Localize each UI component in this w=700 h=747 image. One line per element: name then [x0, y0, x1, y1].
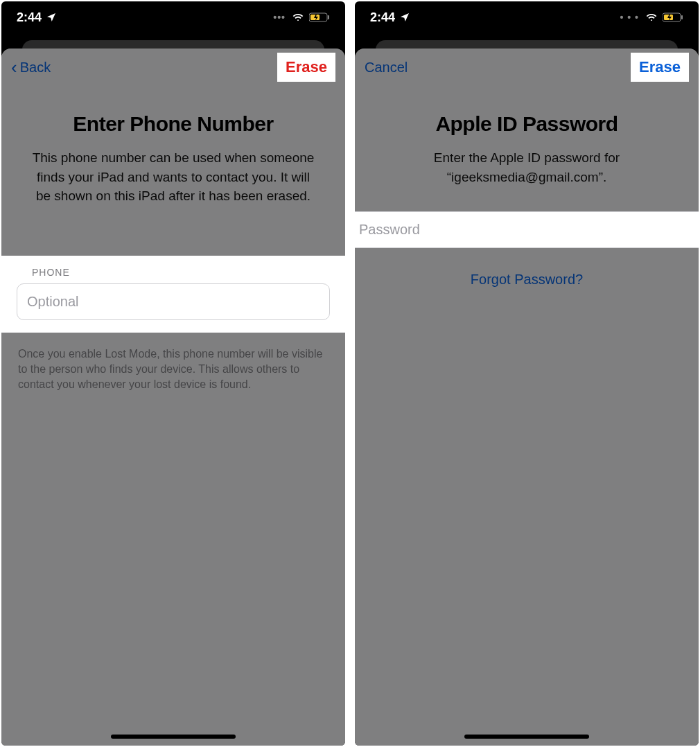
chevron-left-icon: ‹ — [11, 58, 17, 76]
nav-bar: Cancel Erase — [355, 49, 699, 86]
screenshot-left: 2:44 ••• ‹ Back Erase Ente — [1, 1, 345, 746]
back-button[interactable]: ‹ Back — [11, 58, 51, 76]
cancel-button[interactable]: Cancel — [365, 60, 408, 76]
page-description: This phone number can be used when someo… — [1, 148, 345, 206]
phone-input-wrap[interactable] — [17, 283, 330, 320]
cancel-label: Cancel — [365, 60, 408, 76]
footnote-text: Once you enable Lost Mode, this phone nu… — [1, 333, 345, 393]
svg-rect-2 — [328, 15, 329, 19]
nav-bar: ‹ Back Erase — [1, 49, 345, 86]
status-bar: 2:44 ••• — [1, 1, 345, 33]
status-time: 2:44 — [17, 10, 42, 25]
svg-rect-5 — [681, 15, 683, 19]
status-time: 2:44 — [370, 10, 395, 25]
location-icon — [46, 12, 57, 23]
password-section[interactable] — [355, 211, 699, 248]
forgot-password-link[interactable]: Forgot Password? — [355, 272, 699, 288]
screenshot-right: 2:44 • • • Cancel Erase Apple ID P — [355, 1, 699, 746]
home-indicator[interactable] — [111, 735, 236, 739]
erase-button[interactable]: Erase — [277, 53, 335, 82]
phone-input[interactable] — [27, 294, 320, 310]
location-icon — [399, 12, 410, 23]
erase-label: Erase — [639, 58, 681, 76]
status-bar: 2:44 • • • — [355, 1, 699, 33]
phone-section: PHONE — [1, 256, 345, 333]
wifi-icon — [291, 12, 305, 23]
page-title: Apple ID Password — [355, 112, 699, 136]
home-indicator[interactable] — [464, 735, 589, 739]
more-dots-icon: • • • — [620, 12, 639, 23]
password-input[interactable] — [359, 222, 694, 238]
more-dots-icon: ••• — [273, 12, 286, 23]
modal-sheet: Cancel Erase Apple ID Password Enter the… — [355, 49, 699, 746]
forgot-password-label: Forgot Password? — [471, 272, 583, 287]
erase-button[interactable]: Erase — [631, 53, 689, 82]
battery-charging-icon — [663, 12, 683, 22]
erase-label: Erase — [286, 58, 327, 76]
page-title: Enter Phone Number — [1, 112, 345, 136]
page-description: Enter the Apple ID password for “igeeksm… — [355, 148, 699, 186]
back-label: Back — [20, 60, 51, 76]
battery-charging-icon — [309, 12, 330, 22]
wifi-icon — [645, 12, 658, 23]
modal-sheet: ‹ Back Erase Enter Phone Number This pho… — [1, 49, 345, 746]
phone-section-label: PHONE — [32, 267, 330, 278]
